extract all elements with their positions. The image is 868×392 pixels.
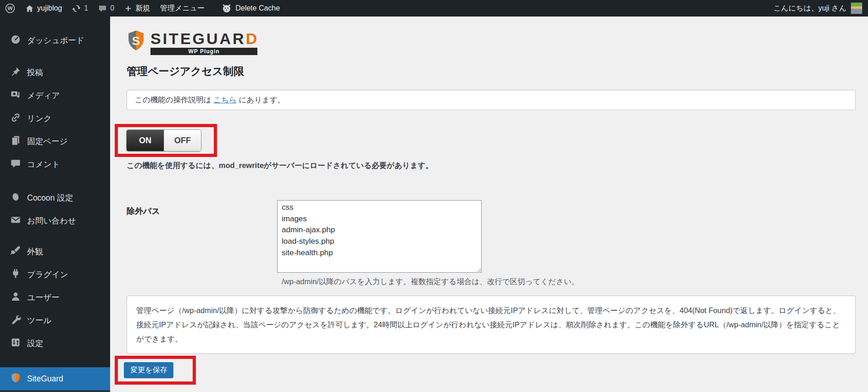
sidebar-item-pages[interactable]: 固定ページ [0,130,110,153]
update-count: 1 [84,4,88,12]
delete-cache-icon [221,3,232,14]
sidebar-item-cocoon-settings[interactable]: Cocoon 設定 [0,186,110,209]
sidebar-item-tools[interactable]: ツール [0,309,110,332]
sidebar-spacer [0,176,110,186]
red-annotation-save: 変更を保存 [115,356,196,385]
pushpin-icon [10,66,21,79]
new-content-link[interactable]: 新規 [119,0,155,17]
site-name-link[interactable]: yujiblog [20,0,67,17]
comments-bubble-icon [98,4,107,13]
admin-bar: W yujiblog 1 0 新規 管理メニュー Delete Cache [0,0,868,17]
greeting-text[interactable]: こんにちは、yuji さん [773,4,846,13]
sidebar-item-label: ツール [27,315,51,326]
comment-icon [10,158,21,171]
sidebar-item-settings[interactable]: 設定 [0,332,110,355]
sidebar-spacer [0,52,110,61]
page-title: 管理ページアクセス制限 [127,64,856,78]
sidebar-item-label: メディア [27,90,60,101]
comments-link[interactable]: 0 [93,0,119,17]
sidebar-item-label: コメント [27,159,60,170]
svg-text:W: W [8,6,13,11]
pages-icon [10,135,21,148]
wordpress-logo[interactable]: W [0,0,20,17]
sidebar-item-label: 投稿 [27,67,43,78]
sidebar-spacer [0,232,110,240]
exclude-path-label: 除外パス [127,200,277,273]
sidebar-item-appearance[interactable]: 外観 [0,240,110,263]
sidebar-item-dashboard[interactable]: ダッシュボード [0,29,110,52]
sidebar-item-posts[interactable]: 投稿 [0,61,110,84]
paintbrush-icon [10,245,21,258]
updates-icon [72,4,81,13]
sidebar-item-label: Cocoon 設定 [27,192,73,203]
sidebar-item-label: ユーザー [27,292,60,303]
cocoon-icon [10,191,21,205]
new-label: 新規 [135,4,150,13]
sidebar-item-plugins[interactable]: プラグイン [0,263,110,286]
avatar[interactable] [851,2,862,14]
user-icon [10,291,21,304]
brand-accent-letter: D [246,30,259,47]
exclude-path-help: /wp-admin/以降のパスを入力します。複数指定する場合は、改行で区切ってく… [282,277,856,287]
sliders-icon [10,337,21,350]
sidebar-item-label: 設定 [27,338,43,349]
delete-cache-link[interactable]: Delete Cache [216,0,285,17]
wrench-icon [10,314,21,327]
help-notice-prefix: この機能の操作説明は [135,95,213,104]
svg-text:S: S [132,34,140,48]
sidebar-item-label: ダッシュボード [27,35,84,46]
updates-link[interactable]: 1 [67,0,93,17]
sidebar-item-label: 外観 [27,246,43,257]
link-icon [10,112,21,125]
sidebar-spacer [0,355,110,367]
delete-cache-label: Delete Cache [235,4,280,12]
sidebar-item-label: 固定ページ [27,136,67,147]
sidebar-item-label: お問い合わせ [27,215,76,226]
brand-subtitle: WP Plugin [150,48,257,55]
help-notice-suffix: にあります。 [237,95,285,104]
sidebar-item-users[interactable]: ユーザー [0,286,110,309]
sidebar-menu: ダッシュボード 投稿 メディア リンク 固定ページ コメント Cocoon 設定… [0,17,110,392]
mail-icon [10,214,21,228]
siteguard-logo: S SITEGUARD WP Plugin [127,27,856,57]
help-notice-box: この機能の操作説明は こちら にあります。 [127,90,856,110]
sidebar-submenu-strip [0,390,110,392]
shield-icon [10,372,21,386]
sidebar-item-label: プラグイン [27,269,68,280]
toggle-on-button[interactable]: ON [127,130,164,151]
sidebar-item-label: リンク [27,113,52,124]
help-link[interactable]: こちら [213,95,237,104]
sidebar-item-contact[interactable]: お問い合わせ [0,209,110,232]
feature-description-box: 管理ページ（/wp-admin/以降）に対する攻撃から防御するための機能です。ロ… [127,296,856,354]
exclude-path-row: 除外パス css images admin-ajax.php load-styl… [127,200,856,273]
save-button[interactable]: 変更を保存 [124,362,173,378]
admin-menu-link[interactable]: 管理メニュー [155,0,210,17]
media-icon [10,89,21,102]
wordpress-logo-icon: W [5,3,15,13]
plus-icon [124,5,132,12]
main-content: S SITEGUARD WP Plugin 管理ページアクセス制限 この機能の操… [110,17,868,392]
site-name-label: yujiblog [37,4,62,12]
dashboard-icon [10,34,21,47]
sidebar-item-siteguard[interactable]: SiteGuard [0,367,110,390]
home-icon [25,4,34,13]
comment-count: 0 [110,4,114,12]
exclude-path-textarea[interactable]: css images admin-ajax.php load-styles.ph… [277,200,482,273]
sidebar-top-spacer [0,17,110,29]
sidebar-item-links[interactable]: リンク [0,107,110,130]
red-annotation-toggle: ON OFF [115,124,217,157]
brand-wordmark: SITEGUARD [150,31,259,46]
sidebar-item-media[interactable]: メディア [0,84,110,107]
mod-rewrite-note: この機能を使用するには、mod_rewriteがサーバーにロードされている必要が… [127,161,856,171]
sidebar-item-comments[interactable]: コメント [0,153,110,176]
feature-toggle: ON OFF [126,129,201,151]
plug-icon [10,268,21,281]
admin-menu-label: 管理メニュー [160,4,205,13]
siteguard-shield-logo-icon: S [127,27,145,57]
sidebar-item-label: SiteGuard [27,374,63,384]
toggle-off-button[interactable]: OFF [164,130,201,151]
